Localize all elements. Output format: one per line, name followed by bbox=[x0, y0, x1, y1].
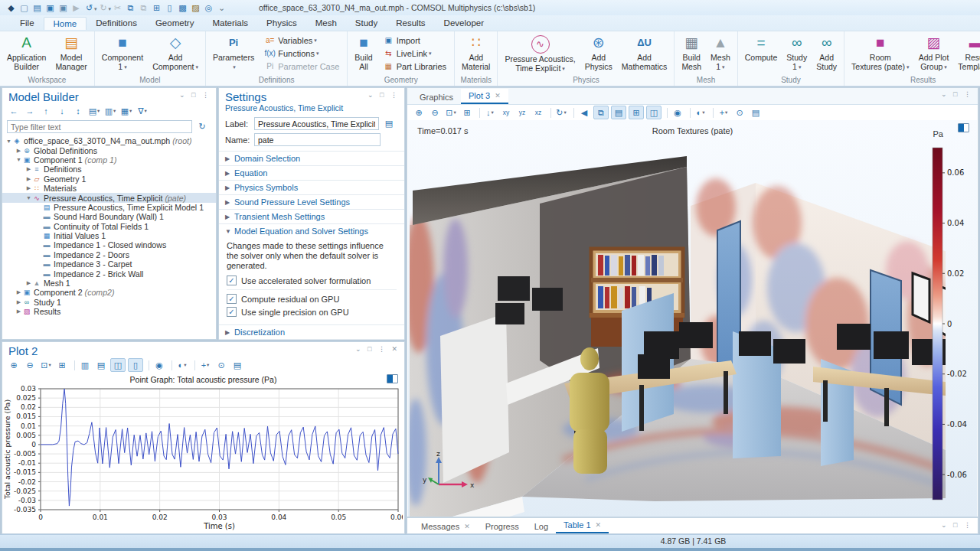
tree-filter-input[interactable] bbox=[7, 120, 192, 133]
delete-icon[interactable]: ▯ bbox=[163, 1, 176, 15]
ribbon-button-add-component[interactable]: ◇AddComponent▾ bbox=[149, 33, 202, 73]
menu-results[interactable]: Results bbox=[387, 17, 434, 29]
tree-expander-icon[interactable]: ▼ bbox=[15, 157, 22, 162]
section-header-model-equation-and-solver-settings[interactable]: ▼Model Equation and Solver Settings bbox=[219, 224, 404, 238]
nav-forward-icon[interactable]: → bbox=[23, 105, 37, 117]
name-field[interactable] bbox=[254, 133, 381, 146]
checkbox-icon[interactable]: ✓ bbox=[227, 276, 237, 285]
rotate-view-icon[interactable]: ↻▾ bbox=[554, 106, 568, 119]
close-icon[interactable]: ✕ bbox=[596, 521, 602, 529]
panel-window-buttons[interactable]: ⌄ □ ⋮ bbox=[941, 521, 973, 529]
collapse-icon[interactable]: ▥▾ bbox=[103, 105, 117, 117]
refresh-icon[interactable]: ↻ bbox=[195, 120, 209, 132]
zoom-extents-icon[interactable]: ⊡▾ bbox=[444, 106, 458, 119]
duplicate-icon[interactable]: ⊞ bbox=[150, 1, 163, 15]
plot-grid-icon[interactable]: ⊞ bbox=[629, 106, 644, 119]
menu-mesh[interactable]: Mesh bbox=[306, 17, 346, 29]
move-up-icon[interactable]: ↑ bbox=[39, 105, 53, 117]
panel-window-buttons[interactable]: ⌄ □ ⋮ bbox=[179, 91, 211, 99]
sound-icon[interactable]: ◀ bbox=[577, 106, 591, 119]
copy-icon[interactable]: ⧉ bbox=[124, 1, 137, 15]
tab-plot-3[interactable]: Plot 3✕ bbox=[461, 89, 508, 104]
image-table-icon[interactable]: ▤ bbox=[611, 106, 626, 119]
tree-expander-icon[interactable]: ▶ bbox=[15, 289, 22, 295]
tree-expander-icon[interactable]: ▶ bbox=[15, 299, 22, 305]
tree-item-initial-values-1[interactable]: ▦Initial Values 1 bbox=[2, 231, 216, 240]
ribbon-button-pressure-acoustics-time-explicit[interactable]: ∿Pressure Acoustics,Time Explicit▾ bbox=[501, 33, 579, 74]
open-icon[interactable]: ▤ bbox=[31, 1, 44, 15]
checkbox-use-accelerated-solver-formulation[interactable]: ✓Use accelerated solver formulation bbox=[227, 276, 397, 285]
collapse-all-icon[interactable]: ↕ bbox=[71, 105, 85, 117]
ribbon-button-build-all[interactable]: ■BuildAll bbox=[351, 33, 376, 72]
tree-expander-icon[interactable]: ▶ bbox=[25, 166, 32, 172]
cut-icon[interactable]: ✂ bbox=[111, 1, 124, 15]
menu-developer[interactable]: Developer bbox=[435, 17, 493, 29]
graphics-legend-icon[interactable] bbox=[958, 123, 969, 132]
panel-window-buttons[interactable]: ⌄ □ ⋮ bbox=[941, 90, 973, 98]
tree-item-geometry-1[interactable]: ▶▱Geometry 1 bbox=[2, 174, 216, 184]
tree-item-impedance-1-closed-windows[interactable]: ▬Impedance 1 - Closed windows bbox=[2, 240, 216, 249]
tree-item-component-1[interactable]: ▼▣Component 1(comp 1) bbox=[2, 155, 216, 165]
tree-item-definitions[interactable]: ▶≡Definitions bbox=[2, 165, 216, 174]
new-file-icon[interactable]: ▢ bbox=[18, 1, 31, 15]
plot2-legend-icon[interactable] bbox=[387, 374, 398, 383]
tree-item-pressure-acoustics-time-explicit-model-1[interactable]: ▤Pressure Acoustics, Time Explicit Model… bbox=[2, 203, 216, 212]
transparency-icon[interactable]: ◐▾ bbox=[694, 106, 707, 119]
tree-item-mesh-1[interactable]: ▶▲Mesh 1 bbox=[2, 279, 216, 288]
tree-item-sound-hard-boundary-wall-1[interactable]: ▬Sound Hard Boundary (Wall) 1 bbox=[2, 212, 216, 221]
ribbon-button-variables[interactable]: a=Variables▾ bbox=[262, 34, 341, 47]
copy-image-icon[interactable]: ⧉ bbox=[593, 106, 609, 119]
menu-physics[interactable]: Physics bbox=[257, 17, 306, 29]
filter-icon[interactable]: ∇▾ bbox=[136, 105, 149, 117]
save-search-icon[interactable]: ▣ bbox=[57, 1, 70, 15]
tree-expander-icon[interactable]: ▶ bbox=[25, 185, 32, 191]
ribbon-button-result-templates[interactable]: ▬ResultTemplates bbox=[954, 33, 980, 72]
section-header-domain-selection[interactable]: ▶Domain Selection bbox=[219, 152, 404, 165]
ribbon-button-add-material[interactable]: ∷AddMaterial bbox=[458, 33, 494, 72]
ribbon-button-study-1[interactable]: ∞Study1▾ bbox=[782, 33, 811, 73]
tree-item-global-definitions[interactable]: ▶⊕Global Definitions bbox=[2, 145, 216, 155]
rename-icon[interactable]: ▤ bbox=[382, 118, 396, 130]
ribbon-button-part-libraries[interactable]: ▦Part Libraries bbox=[381, 60, 449, 73]
tree-item-impedance-3-carpet[interactable]: ▬Impedance 3 - Carpet bbox=[2, 259, 216, 269]
move-down-icon[interactable]: ↓ bbox=[55, 105, 69, 117]
ribbon-button-functions[interactable]: f(x)Functions▾ bbox=[262, 47, 341, 60]
point-graph-chart[interactable]: 0.030.0250.020.0150.010.0050-0.005-0.01-… bbox=[2, 384, 403, 531]
x-grid-icon[interactable]: ▤ bbox=[94, 359, 108, 371]
graphics-canvas[interactable]: Time=0.017 s Room Textures (pate) bbox=[408, 120, 977, 517]
search-icon[interactable]: ◎ bbox=[202, 1, 215, 15]
ribbon-button-add-mathematics[interactable]: ΔUAddMathematics bbox=[618, 33, 671, 72]
comsol-logo-icon[interactable]: ◆ bbox=[5, 1, 18, 15]
menu-geometry[interactable]: Geometry bbox=[146, 17, 204, 29]
plot-window-icon[interactable]: ▯ bbox=[128, 358, 143, 372]
tree-item-component-2[interactable]: ▶▣Component 2(comp2) bbox=[2, 288, 216, 297]
view-yz-icon[interactable]: yz bbox=[515, 106, 529, 119]
go-to-view-icon[interactable]: ↓▾ bbox=[483, 106, 497, 119]
tree-item-pressure-acoustics-time-explicit[interactable]: ▼∿Pressure Acoustics, Time Explicit(pate… bbox=[2, 193, 216, 202]
ribbon-button-parameters[interactable]: PiParameters▾ bbox=[209, 33, 258, 73]
ribbon-button-application-builder[interactable]: AApplicationBuilder bbox=[3, 33, 50, 72]
tab-graphics[interactable]: Graphics bbox=[412, 90, 461, 104]
zoom-out-icon[interactable]: ⊖ bbox=[428, 106, 442, 119]
tree-item-continuity-of-total-fields-1[interactable]: ▬Continuity of Total Fields 1 bbox=[2, 222, 216, 231]
ribbon-button-room-textures-pate[interactable]: ■RoomTextures (pate)▾ bbox=[848, 33, 913, 73]
panel-window-buttons[interactable]: ⌄ □ ⋮ bbox=[368, 91, 400, 99]
tree-item-results[interactable]: ▶▧Results bbox=[2, 307, 216, 316]
ribbon-button-add-study[interactable]: ∞AddStudy bbox=[812, 33, 841, 72]
menu-materials[interactable]: Materials bbox=[203, 17, 257, 29]
close-icon[interactable]: ✕ bbox=[495, 92, 501, 99]
default-view-icon[interactable]: +▾ bbox=[198, 359, 212, 371]
tab-table-1[interactable]: Table 1✕ bbox=[556, 517, 609, 533]
ribbon-button-livelink[interactable]: ⇆LiveLink▾ bbox=[381, 47, 449, 60]
ribbon-button-add-plot-group[interactable]: ▨Add PlotGroup▾ bbox=[915, 33, 953, 73]
section-header-sound-pressure-level-settings[interactable]: ▶Sound Pressure Level Settings bbox=[219, 195, 404, 209]
tree-expander-icon[interactable]: ▶ bbox=[25, 280, 32, 286]
print-icon[interactable]: ▤ bbox=[230, 359, 244, 371]
zoom-fit-icon[interactable]: ⊞ bbox=[460, 106, 474, 119]
customize-icon[interactable]: ⌄ bbox=[215, 1, 228, 15]
tab-messages[interactable]: Messages✕ bbox=[413, 519, 478, 533]
room-3d-scene[interactable] bbox=[410, 131, 946, 517]
nav-back-icon[interactable]: ← bbox=[7, 105, 21, 117]
split-view-icon[interactable]: ◫ bbox=[646, 106, 662, 119]
print-icon[interactable]: ▤ bbox=[749, 106, 763, 119]
